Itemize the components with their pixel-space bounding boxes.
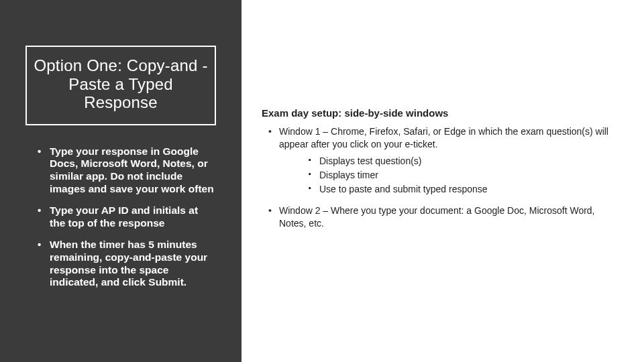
inner-list-item: Displays timer xyxy=(309,169,624,182)
right-content: Exam day setup: side-by-side windows Win… xyxy=(262,107,624,233)
outer-list-item: Window 2 – Where you type your document:… xyxy=(267,204,624,230)
left-bullet-list: Type your response in Google Docs, Micro… xyxy=(20,145,221,289)
slide-title: Option One: Copy-and -Paste a Typed Resp… xyxy=(31,56,211,112)
outer-item-text: Window 2 – Where you type your document:… xyxy=(279,205,595,229)
right-panel: Exam day setup: side-by-side windows Win… xyxy=(241,0,644,362)
left-bullet: Type your response in Google Docs, Micro… xyxy=(40,145,215,195)
outer-item-text: Window 1 – Chrome, Firefox, Safari, or E… xyxy=(279,126,608,149)
left-panel: Option One: Copy-and -Paste a Typed Resp… xyxy=(0,0,241,362)
subheading: Exam day setup: side-by-side windows xyxy=(262,107,624,119)
inner-list-item: Use to paste and submit typed response xyxy=(309,183,624,196)
title-box: Option One: Copy-and -Paste a Typed Resp… xyxy=(25,46,216,125)
inner-list: Displays test question(s) Displays timer… xyxy=(279,151,624,202)
left-bullet: Type your AP ID and initials at the top … xyxy=(40,204,215,229)
left-bullet: When the timer has 5 minutes remaining, … xyxy=(40,239,215,288)
slide: Option One: Copy-and -Paste a Typed Resp… xyxy=(0,0,644,362)
outer-list: Window 1 – Chrome, Firefox, Safari, or E… xyxy=(262,125,624,230)
inner-list-item: Displays test question(s) xyxy=(309,155,624,168)
outer-list-item: Window 1 – Chrome, Firefox, Safari, or E… xyxy=(267,125,624,202)
